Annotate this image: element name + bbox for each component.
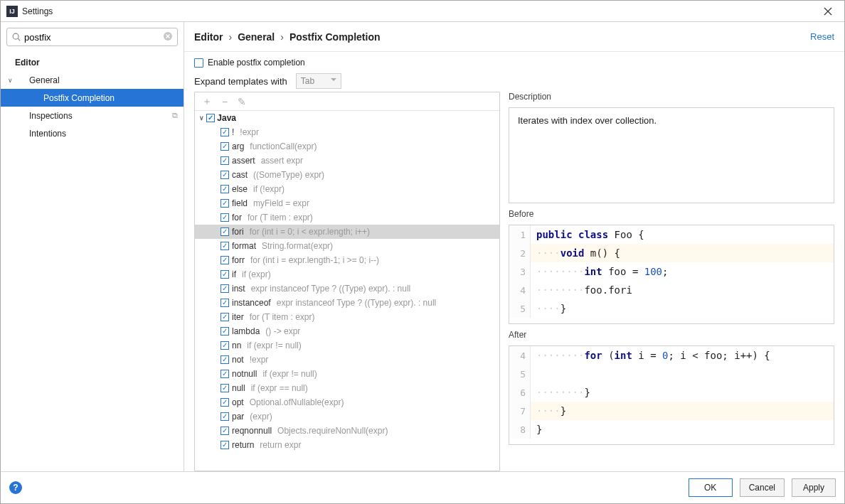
reset-link[interactable]: Reset bbox=[810, 31, 834, 42]
templates-list[interactable]: ∨ Java!!exprargfunctionCall(expr)asserta… bbox=[195, 111, 499, 471]
template-language-row[interactable]: ∨ Java bbox=[195, 111, 499, 125]
template-row-if[interactable]: ifif (expr) bbox=[195, 267, 499, 282]
checkbox-icon[interactable] bbox=[220, 313, 229, 321]
sidebar-item-general[interactable]: ∨General bbox=[1, 71, 184, 89]
template-desc: functionCall(expr) bbox=[250, 141, 317, 151]
cancel-button[interactable]: Cancel bbox=[740, 478, 785, 497]
code-content: ········for (int i = 0; i < foo; i++) { bbox=[531, 350, 770, 361]
template-row-not[interactable]: not!expr bbox=[195, 353, 499, 367]
template-row-nn[interactable]: nnif (expr != null) bbox=[195, 338, 499, 353]
template-row-forr[interactable]: forrfor (int i = expr.length-1; i >= 0; … bbox=[195, 253, 499, 267]
breadcrumb-part[interactable]: General bbox=[238, 31, 275, 43]
template-row-fori[interactable]: forifor (int i = 0; i < expr.length; i++… bbox=[195, 225, 499, 239]
template-row-par[interactable]: par(expr) bbox=[195, 409, 499, 424]
description-box: Iterates with index over collection. bbox=[509, 107, 834, 203]
template-desc: myField = expr bbox=[253, 198, 309, 208]
help-button[interactable]: ? bbox=[9, 481, 22, 494]
sidebar-item-inspections[interactable]: Inspections⧉ bbox=[1, 107, 184, 124]
template-row-else[interactable]: elseif (!expr) bbox=[195, 182, 499, 196]
checkbox-icon[interactable] bbox=[220, 242, 229, 250]
sidebar-item-editor[interactable]: ∨Editor bbox=[1, 53, 184, 71]
sidebar-item-label: Postfix Completion bbox=[43, 93, 115, 103]
checkbox-icon[interactable] bbox=[220, 412, 229, 421]
template-key: notnull bbox=[232, 369, 257, 379]
window-title: Settings bbox=[22, 6, 817, 16]
checkbox-icon[interactable] bbox=[220, 284, 229, 293]
template-row-[interactable]: !!expr bbox=[195, 125, 499, 139]
checkbox-icon[interactable] bbox=[220, 171, 229, 179]
checkbox-icon[interactable] bbox=[220, 341, 229, 350]
checkbox-icon[interactable] bbox=[220, 199, 229, 208]
breadcrumb-part[interactable]: Editor bbox=[194, 31, 223, 43]
checkbox-icon[interactable] bbox=[220, 213, 229, 222]
template-desc: !expr bbox=[240, 127, 259, 137]
checkbox-icon bbox=[206, 114, 215, 122]
code-line: 1public class Foo { bbox=[509, 225, 834, 244]
after-code-box: 4········for (int i = 0; i < foo; i++) {… bbox=[509, 345, 834, 445]
checkbox-icon[interactable] bbox=[220, 327, 229, 336]
template-row-for[interactable]: forfor (T item : expr) bbox=[195, 210, 499, 225]
templates-toolbar: ＋ − ✎ bbox=[195, 92, 499, 111]
checkbox-icon[interactable] bbox=[220, 370, 229, 378]
titlebar: IJ Settings bbox=[1, 1, 844, 22]
expand-key-select[interactable]: Tab bbox=[296, 73, 341, 89]
template-row-null[interactable]: nullif (expr == null) bbox=[195, 381, 499, 395]
template-row-cast[interactable]: cast((SomeType) expr) bbox=[195, 168, 499, 182]
template-row-inst[interactable]: instexpr instanceof Type ? ((Type) expr)… bbox=[195, 282, 499, 296]
template-key: field bbox=[232, 198, 248, 208]
template-row-arg[interactable]: argfunctionCall(expr) bbox=[195, 139, 499, 154]
description-label: Description bbox=[509, 92, 834, 102]
template-row-assert[interactable]: assertassert expr bbox=[195, 154, 499, 168]
checkbox-icon[interactable] bbox=[220, 270, 229, 279]
enable-postfix-checkbox[interactable]: Enable postfix completion bbox=[194, 58, 834, 68]
template-key: lambda bbox=[232, 326, 260, 336]
close-button[interactable] bbox=[817, 1, 839, 22]
checkbox-icon[interactable] bbox=[220, 398, 229, 407]
template-row-return[interactable]: returnreturn expr bbox=[195, 438, 499, 452]
edit-template-button[interactable]: ✎ bbox=[238, 96, 246, 107]
template-key: assert bbox=[232, 156, 255, 166]
gutter-line-number: 1 bbox=[509, 225, 531, 244]
template-row-lambda[interactable]: lambda() -> expr bbox=[195, 324, 499, 338]
checkbox-icon[interactable] bbox=[220, 227, 229, 236]
search-input[interactable] bbox=[24, 32, 163, 43]
ok-button[interactable]: OK bbox=[689, 478, 733, 497]
templates-pane: ＋ − ✎ ∨ Java!!exprargfunctionCall(expr)a… bbox=[194, 92, 500, 471]
before-code-box: 1public class Foo {2····void m() {3·····… bbox=[509, 225, 834, 324]
checkbox-icon[interactable] bbox=[220, 441, 229, 449]
checkbox-icon[interactable] bbox=[220, 185, 229, 193]
apply-button[interactable]: Apply bbox=[792, 478, 836, 497]
template-row-format[interactable]: formatString.format(expr) bbox=[195, 239, 499, 253]
checkbox-icon[interactable] bbox=[220, 128, 229, 136]
remove-template-button[interactable]: − bbox=[222, 96, 228, 107]
code-content: ····} bbox=[531, 405, 566, 417]
template-row-reqnonnull[interactable]: reqnonnullObjects.requireNonNull(expr) bbox=[195, 424, 499, 438]
code-line: 2····void m() { bbox=[509, 244, 834, 262]
checkbox-icon[interactable] bbox=[220, 355, 229, 364]
sidebar: ∨Editor∨GeneralPostfix CompletionInspect… bbox=[1, 22, 184, 471]
template-row-iter[interactable]: iterfor (T item : expr) bbox=[195, 310, 499, 324]
clear-search-icon[interactable] bbox=[163, 31, 173, 43]
code-line: 7····} bbox=[509, 402, 834, 420]
template-desc: expr instanceof Type ? ((Type) expr). : … bbox=[277, 298, 437, 308]
template-key: opt bbox=[232, 397, 244, 407]
checkbox-icon[interactable] bbox=[220, 256, 229, 264]
checkbox-icon[interactable] bbox=[220, 384, 229, 392]
expand-templates-label: Expand templates with bbox=[194, 76, 287, 87]
template-row-notnull[interactable]: notnullif (expr != null) bbox=[195, 367, 499, 381]
sidebar-tree: ∨Editor∨GeneralPostfix CompletionInspect… bbox=[1, 50, 184, 471]
checkbox-icon[interactable] bbox=[220, 142, 229, 151]
sidebar-item-intentions[interactable]: Intentions bbox=[1, 124, 184, 142]
checkbox-icon[interactable] bbox=[220, 299, 229, 307]
template-desc: for (T item : expr) bbox=[248, 213, 313, 222]
template-row-field[interactable]: fieldmyField = expr bbox=[195, 196, 499, 210]
code-line: 4········for (int i = 0; i < foo; i++) { bbox=[509, 346, 834, 365]
checkbox-icon[interactable] bbox=[220, 427, 229, 435]
checkbox-icon[interactable] bbox=[220, 156, 229, 165]
template-row-instanceof[interactable]: instanceofexpr instanceof Type ? ((Type)… bbox=[195, 296, 499, 310]
template-row-opt[interactable]: optOptional.ofNullable(expr) bbox=[195, 395, 499, 409]
sidebar-item-postfix-completion[interactable]: Postfix Completion bbox=[1, 89, 184, 107]
search-box[interactable] bbox=[6, 28, 178, 46]
template-key: reqnonnull bbox=[232, 426, 272, 436]
add-template-button[interactable]: ＋ bbox=[202, 95, 212, 108]
